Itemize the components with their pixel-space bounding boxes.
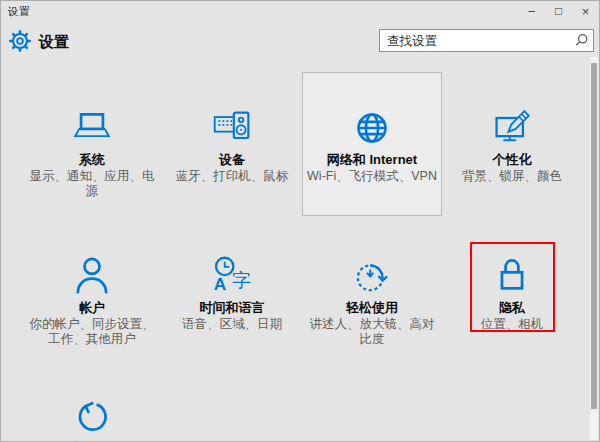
zi-character-glyph: 字: [232, 270, 251, 291]
page-title: 设置: [39, 33, 69, 52]
close-button[interactable]: ×: [572, 1, 599, 23]
devices-icon: [210, 108, 254, 148]
tile-title: 帐户: [79, 300, 105, 315]
settings-grid: 系统 显示、通知、应用、电源 设备 蓝牙、打印机、鼠标: [22, 72, 582, 442]
tile-title: 时间和语言: [200, 300, 265, 315]
tile-title: 轻松使用: [346, 300, 398, 315]
tile-system[interactable]: 系统 显示、通知、应用、电源: [22, 72, 162, 216]
tile-subtitle: 你的帐户、同步设置、工作、其他用户: [26, 317, 158, 347]
tile-network-internet[interactable]: 网络和 Internet Wi-Fi、飞行模式、VPN: [302, 72, 442, 216]
gear-icon: [9, 30, 31, 52]
search-box: [379, 29, 594, 52]
window-title: 设置: [1, 5, 30, 19]
tile-title: 个性化: [493, 152, 532, 167]
tile-subtitle: 背景、锁屏、颜色: [446, 169, 578, 184]
globe-icon: [351, 108, 393, 148]
tile-subtitle: 讲述人、放大镜、高对比度: [306, 317, 438, 347]
minimize-button[interactable]: –: [518, 1, 545, 23]
scrollbar-track[interactable]: [590, 57, 598, 440]
laptop-icon: [70, 108, 114, 148]
tile-subtitle: 语音、区域、日期: [166, 317, 298, 332]
settings-window: 设置 – □ × 设置: [0, 0, 600, 442]
maximize-button[interactable]: □: [545, 1, 572, 23]
lock-icon: [490, 256, 534, 296]
tile-title: 隐私: [499, 300, 525, 315]
clock-language-icon: A 字: [210, 256, 254, 296]
tile-time-language[interactable]: A 字 时间和语言 语音、区域、日期: [162, 220, 302, 364]
scrollbar-thumb[interactable]: [591, 63, 597, 409]
tile-subtitle: 位置、相机: [446, 317, 578, 332]
tile-subtitle: Wi-Fi、飞行模式、VPN: [307, 169, 437, 184]
tile-update-security[interactable]: 更新和安全: [22, 368, 162, 442]
monitor-brush-icon: [490, 108, 534, 148]
tile-title: 网络和 Internet: [327, 152, 417, 167]
letter-a-glyph: A: [214, 274, 227, 294]
refresh-icon: [70, 396, 114, 436]
titlebar: 设置 – □ ×: [1, 1, 599, 23]
tile-ease-of-access[interactable]: 轻松使用 讲述人、放大镜、高对比度: [302, 220, 442, 364]
ease-of-access-icon: [350, 256, 394, 296]
tile-devices[interactable]: 设备 蓝牙、打印机、鼠标: [162, 72, 302, 216]
tile-title: 设备: [219, 152, 245, 167]
tile-personalization[interactable]: 个性化 背景、锁屏、颜色: [442, 72, 582, 216]
tile-privacy[interactable]: 隐私 位置、相机: [442, 220, 582, 364]
tile-subtitle: 显示、通知、应用、电源: [26, 169, 158, 199]
search-input[interactable]: [379, 29, 594, 52]
person-icon: [70, 256, 114, 296]
tile-accounts[interactable]: 帐户 你的帐户、同步设置、工作、其他用户: [22, 220, 162, 364]
tile-subtitle: 蓝牙、打印机、鼠标: [166, 169, 298, 184]
window-controls: – □ ×: [518, 1, 599, 23]
tile-title: 系统: [79, 152, 105, 167]
